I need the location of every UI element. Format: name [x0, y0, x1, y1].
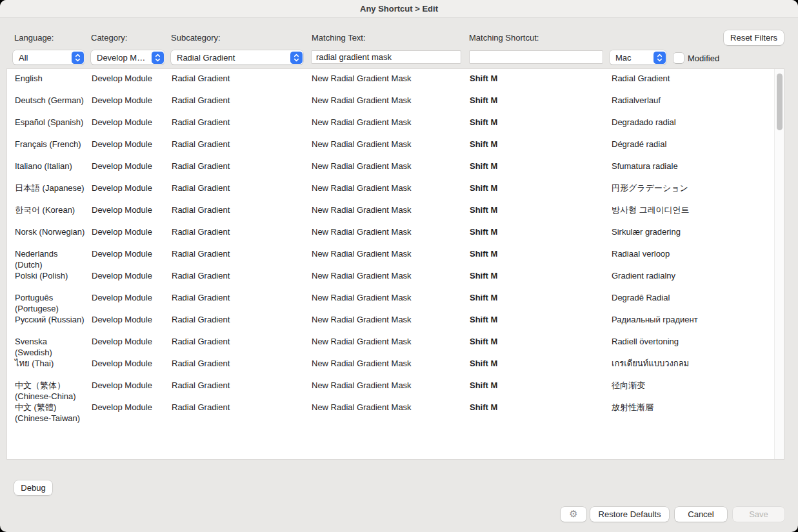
- cell-subcategory: Radial Gradient: [172, 358, 312, 376]
- cell-matching-text: New Radial Gradient Mask: [312, 139, 470, 157]
- cell-category: Develop Module: [92, 204, 172, 222]
- cell-subcategory: Radial Gradient: [172, 182, 312, 201]
- title-bar: Any Shortcut > Edit: [0, 0, 798, 18]
- table-row[interactable]: English Develop Module Radial Gradient N…: [7, 69, 784, 91]
- platform-select[interactable]: Mac: [610, 50, 666, 64]
- reset-filters-button[interactable]: Reset Filters: [724, 30, 784, 45]
- cell-matching-text: New Radial Gradient Mask: [312, 73, 470, 91]
- stepper-icon: [152, 52, 164, 64]
- cell-subcategory: Radial Gradient: [172, 226, 312, 244]
- cell-shortcut: Shift M: [470, 226, 612, 244]
- cell-subcategory: Radial Gradient: [172, 270, 312, 288]
- table-row[interactable]: 한국어 (Korean) Develop Module Radial Gradi…: [7, 201, 784, 222]
- shortcut-editor-dialog: Any Shortcut > Edit Language: Category: …: [0, 0, 798, 532]
- table-row[interactable]: Polski (Polish) Develop Module Radial Gr…: [7, 266, 784, 288]
- cell-subcategory: Radial Gradient: [172, 402, 312, 424]
- language-label: Language:: [14, 33, 54, 43]
- restore-defaults-button[interactable]: Restore Defaults: [590, 507, 669, 522]
- table-row[interactable]: Norsk (Norwegian) Develop Module Radial …: [7, 222, 784, 244]
- cell-language: Français (French): [15, 139, 92, 157]
- cell-shortcut: Shift M: [470, 139, 612, 157]
- table-row[interactable]: 日本語 (Japanese) Develop Module Radial Gra…: [7, 179, 784, 201]
- cell-matching-text: New Radial Gradient Mask: [312, 161, 470, 179]
- cell-subcategory: Radial Gradient: [172, 73, 312, 91]
- cell-subcategory: Radial Gradient: [172, 248, 312, 270]
- cell-translated-name: 円形グラデーション: [612, 182, 784, 201]
- matching-shortcut-input[interactable]: [469, 50, 603, 64]
- category-label: Category:: [91, 33, 127, 43]
- cell-translated-name: Radialverlauf: [612, 95, 784, 113]
- cell-matching-text: New Radial Gradient Mask: [312, 117, 470, 135]
- cell-subcategory: Radial Gradient: [172, 95, 312, 113]
- debug-button[interactable]: Debug: [14, 480, 52, 495]
- matching-text-input[interactable]: [311, 50, 461, 64]
- modified-checkbox[interactable]: [673, 53, 684, 63]
- cell-translated-name: Degradado radial: [612, 117, 784, 135]
- cell-category: Develop Module: [92, 314, 172, 332]
- table-row[interactable]: Français (French) Develop Module Radial …: [7, 135, 784, 157]
- table-row[interactable]: ไทย (Thai) Develop Module Radial Gradien…: [7, 354, 784, 376]
- cell-subcategory: Radial Gradient: [172, 161, 312, 179]
- table-row[interactable]: Español (Spanish) Develop Module Radial …: [7, 113, 784, 135]
- cell-shortcut: Shift M: [470, 314, 612, 332]
- cell-language: Deutsch (German): [15, 95, 92, 113]
- cell-translated-name: Radial Gradient: [612, 73, 784, 91]
- cell-shortcut: Shift M: [470, 182, 612, 201]
- cell-translated-name: Degradê Radial: [612, 292, 784, 314]
- cell-category: Develop Module: [92, 336, 172, 358]
- table-row[interactable]: Deutsch (German) Develop Module Radial G…: [7, 91, 784, 113]
- vertical-scrollbar[interactable]: [774, 69, 784, 459]
- matching-text-label: Matching Text:: [312, 33, 366, 43]
- subcategory-select[interactable]: Radial Gradient: [171, 50, 303, 64]
- cell-language: Norsk (Norwegian): [15, 226, 92, 244]
- cell-translated-name: 径向渐变: [612, 380, 784, 402]
- cell-category: Develop Module: [92, 95, 172, 113]
- table-row[interactable]: Nederlands (Dutch) Develop Module Radial…: [7, 244, 784, 266]
- language-select[interactable]: All: [13, 50, 85, 64]
- cell-matching-text: New Radial Gradient Mask: [312, 292, 470, 314]
- cell-shortcut: Shift M: [470, 292, 612, 314]
- cell-shortcut: Shift M: [470, 402, 612, 424]
- cell-shortcut: Shift M: [470, 380, 612, 402]
- scrollbar-thumb[interactable]: [777, 74, 783, 130]
- table-row[interactable]: Italiano (Italian) Develop Module Radial…: [7, 157, 784, 179]
- cell-matching-text: New Radial Gradient Mask: [312, 358, 470, 376]
- cell-shortcut: Shift M: [470, 95, 612, 113]
- cell-category: Develop Module: [92, 226, 172, 244]
- cell-matching-text: New Radial Gradient Mask: [312, 314, 470, 332]
- cell-category: Develop Module: [92, 358, 172, 376]
- cell-category: Develop Module: [92, 117, 172, 135]
- cell-subcategory: Radial Gradient: [172, 204, 312, 222]
- stepper-icon: [72, 52, 84, 64]
- cell-language: English: [15, 73, 92, 91]
- cell-translated-name: Sirkulær gradering: [612, 226, 784, 244]
- cell-translated-name: 방사형 그레이디언트: [612, 204, 784, 222]
- cell-shortcut: Shift M: [470, 161, 612, 179]
- cell-subcategory: Radial Gradient: [172, 117, 312, 135]
- cell-category: Develop Module: [92, 292, 172, 314]
- page-title: Any Shortcut > Edit: [360, 4, 438, 14]
- cell-matching-text: New Radial Gradient Mask: [312, 270, 470, 288]
- cell-shortcut: Shift M: [470, 270, 612, 288]
- cell-language: Nederlands (Dutch): [15, 248, 92, 270]
- table-row[interactable]: Português (Portugese) Develop Module Rad…: [7, 288, 784, 310]
- settings-button[interactable]: ⚙: [561, 507, 586, 522]
- category-select[interactable]: Develop Module: [91, 50, 165, 64]
- cell-subcategory: Radial Gradient: [172, 336, 312, 358]
- cell-shortcut: Shift M: [470, 117, 612, 135]
- cell-matching-text: New Radial Gradient Mask: [312, 336, 470, 358]
- cell-matching-text: New Radial Gradient Mask: [312, 380, 470, 402]
- cell-category: Develop Module: [92, 270, 172, 288]
- cell-language: Español (Spanish): [15, 117, 92, 135]
- cancel-button[interactable]: Cancel: [675, 507, 727, 522]
- table-row[interactable]: Русский (Russian) Develop Module Radial …: [7, 310, 784, 332]
- shortcuts-table: English Develop Module Radial Gradient N…: [6, 68, 784, 460]
- save-button[interactable]: Save: [733, 507, 784, 522]
- table-row[interactable]: 中文（繁体） (Chinese-China) Develop Module Ra…: [7, 376, 784, 398]
- cell-matching-text: New Radial Gradient Mask: [312, 248, 470, 270]
- table-row[interactable]: 中文 (繁體) (Chinese-Taiwan) Develop Module …: [7, 398, 784, 420]
- cell-translated-name: Radiell övertoning: [612, 336, 784, 358]
- cell-language: ไทย (Thai): [15, 358, 92, 376]
- cell-shortcut: Shift M: [470, 336, 612, 358]
- table-row[interactable]: Svenska (Swedish) Develop Module Radial …: [7, 332, 784, 354]
